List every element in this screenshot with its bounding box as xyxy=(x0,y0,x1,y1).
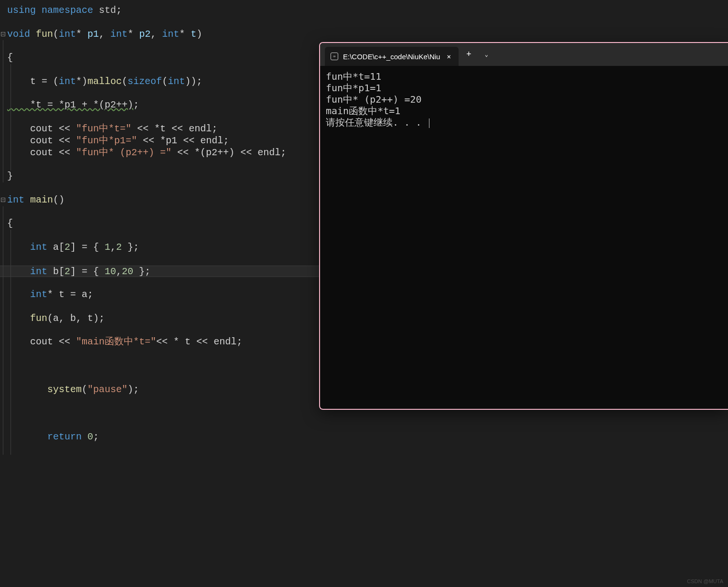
op: * xyxy=(160,135,166,146)
op: = xyxy=(42,76,53,87)
op: << xyxy=(171,147,194,158)
op: << xyxy=(137,135,160,146)
code: t xyxy=(7,76,42,87)
punct: ; xyxy=(223,135,229,146)
op: << xyxy=(240,147,257,158)
brace: } xyxy=(7,171,13,181)
punct: }; xyxy=(133,266,150,277)
punct: ( xyxy=(82,384,87,395)
new-tab-button[interactable]: + xyxy=(459,50,479,59)
function-call: system xyxy=(7,384,82,395)
string: "pause" xyxy=(87,384,128,395)
fold-icon[interactable] xyxy=(1,32,6,37)
punct: , xyxy=(110,242,116,253)
function-name: fun xyxy=(30,29,53,40)
punct: ; xyxy=(133,99,139,110)
type: int xyxy=(168,76,185,87)
op: << xyxy=(59,147,76,158)
terminal-window[interactable]: ⌨ E:\CODE\c++_code\NiuKe\Niu ✕ + ⌄ fun中*… xyxy=(319,42,728,410)
number: 2 xyxy=(64,242,70,253)
terminal-tab-title: E:\CODE\c++_code\NiuKe\Niu xyxy=(343,53,440,61)
identifier: std xyxy=(93,5,116,16)
code: cout xyxy=(7,123,59,134)
chevron-down-icon[interactable]: ⌄ xyxy=(479,51,494,58)
terminal-titlebar[interactable]: ⌨ E:\CODE\c++_code\NiuKe\Niu ✕ + ⌄ xyxy=(320,43,728,66)
punct: ); xyxy=(128,384,139,395)
terminal-line: fun中* (p2++) =20 xyxy=(326,94,722,105)
keyword: sizeof xyxy=(128,76,162,87)
punct: ( xyxy=(53,76,59,87)
op: << xyxy=(59,123,76,134)
code-line[interactable] xyxy=(0,17,728,29)
op: << xyxy=(59,336,76,347)
op: * xyxy=(47,289,59,300)
code: cout xyxy=(7,336,59,347)
keyword: return xyxy=(7,431,82,442)
op: * xyxy=(128,29,139,40)
op: << xyxy=(131,123,154,134)
punct: , xyxy=(150,29,162,40)
identifier: t xyxy=(160,123,171,134)
watermark: CSDN @MUTA️ xyxy=(687,578,723,584)
code-line[interactable]: void fun(int* p1, int* p2, int* t) xyxy=(0,29,728,41)
punct: ) xyxy=(196,29,202,40)
identifier: a[ xyxy=(47,242,64,253)
type: void xyxy=(7,29,30,40)
terminal-tab[interactable]: ⌨ E:\CODE\c++_code\NiuKe\Niu ✕ xyxy=(325,47,459,66)
punct: }; xyxy=(122,242,139,253)
cursor-icon xyxy=(429,118,429,128)
terminal-line: fun中*p1=1 xyxy=(326,82,722,94)
punct: () xyxy=(53,194,64,205)
number: 1 xyxy=(105,242,110,253)
code-line[interactable]: return 0; xyxy=(0,431,728,443)
code-line[interactable] xyxy=(0,419,728,431)
identifier: endl xyxy=(200,135,223,146)
identifier: endl xyxy=(189,123,212,134)
punct: ; xyxy=(280,147,286,158)
type: int xyxy=(162,29,179,40)
op: * xyxy=(154,123,160,134)
code-line[interactable] xyxy=(0,443,728,455)
identifier: (p2++) xyxy=(200,147,240,158)
identifier: p1 xyxy=(166,135,183,146)
punct: ] = { xyxy=(70,242,105,253)
string: "main函数中*t=" xyxy=(76,336,156,347)
identifier: b[ xyxy=(47,266,64,277)
terminal-output[interactable]: fun中*t=11 fun中*p1=1 fun中* (p2++) =20 mai… xyxy=(320,66,728,133)
close-icon[interactable]: ✕ xyxy=(445,52,453,62)
punct: ( xyxy=(122,76,128,87)
keyword: using xyxy=(7,5,36,16)
terminal-line: 请按任意键继续. . . xyxy=(326,117,722,128)
number: 0 xyxy=(82,431,93,442)
keyword: namespace xyxy=(36,5,93,16)
code: cout xyxy=(7,135,59,146)
string: "fun中* (p2++) =" xyxy=(76,147,171,158)
op: * xyxy=(76,29,87,40)
op: * xyxy=(194,147,200,158)
op: << xyxy=(196,336,214,347)
type: int xyxy=(7,242,47,253)
identifier: endl xyxy=(214,336,236,347)
terminal-icon: ⌨ xyxy=(331,53,338,60)
type: int xyxy=(7,289,47,300)
op: << xyxy=(59,135,76,146)
number: 2 xyxy=(116,242,122,253)
fold-icon[interactable] xyxy=(1,198,6,203)
terminal-line: fun中*t=11 xyxy=(326,71,722,82)
param: p2 xyxy=(139,29,150,40)
squiggle-warning: *t = *p1 + *(p2++) xyxy=(7,99,133,110)
string: "fun中*p1=" xyxy=(76,135,137,146)
op: * xyxy=(179,29,191,40)
identifier: t xyxy=(185,336,196,347)
code-line[interactable]: using namespace std; xyxy=(0,5,728,17)
op: << xyxy=(171,123,189,134)
punct: ; xyxy=(212,123,217,134)
terminal-line: main函数中*t=1 xyxy=(326,105,722,117)
identifier: endl xyxy=(257,147,280,158)
args: (a, b, t); xyxy=(47,313,105,324)
op: << xyxy=(183,135,200,146)
code: t = a; xyxy=(59,289,93,300)
type: int xyxy=(59,76,76,87)
op: *) xyxy=(76,76,87,87)
punct: ] = { xyxy=(70,266,105,277)
